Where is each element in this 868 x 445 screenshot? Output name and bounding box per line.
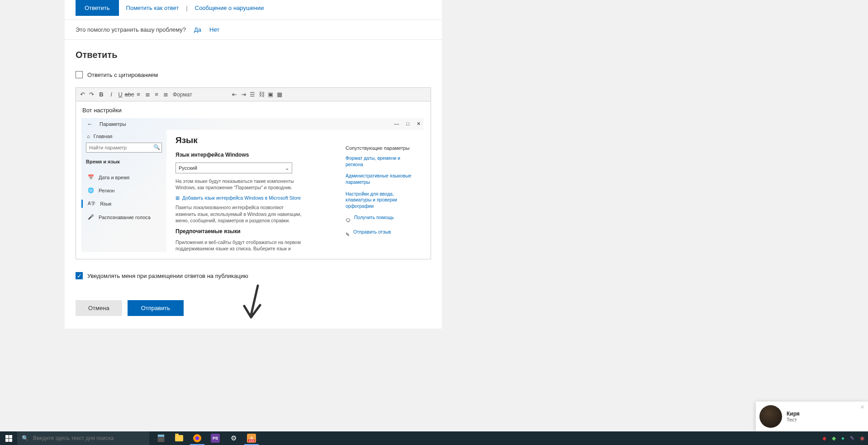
settings-desc2: Пакеты локализованного интерфейса позвол… <box>175 204 302 224</box>
telegram-icon: ✈122 <box>247 434 256 443</box>
telegram-badge: 122 <box>248 439 255 442</box>
feedback-link[interactable]: Отправить отзыв <box>353 229 391 235</box>
nav-category: Время и язык <box>86 159 162 164</box>
store-icon: ⊞ <box>175 195 180 201</box>
notif-close-icon[interactable]: ✕ <box>860 404 864 410</box>
settings-h1: Язык <box>175 135 414 145</box>
globe-icon: 🌐 <box>88 187 94 193</box>
system-tray: ◆ ◆ ● ✎ ◉ <box>822 435 868 441</box>
language-selected: Русский <box>179 165 197 171</box>
avatar <box>759 405 782 428</box>
related-link-2[interactable]: Административные языковые параметры <box>346 173 418 185</box>
nav-language-label: Язык <box>100 201 112 206</box>
align-justify-button[interactable]: ≣ <box>161 89 170 100</box>
italic-button[interactable]: I <box>107 89 116 100</box>
bullet-list-button[interactable]: ☰ <box>248 89 257 100</box>
nav-region[interactable]: 🌐 Регион <box>86 184 162 197</box>
tray-icon-4[interactable]: ✎ <box>850 435 854 441</box>
feedback-icon: ✎ <box>346 232 350 238</box>
gear-icon: ⚙ <box>231 434 237 442</box>
quote-checkbox[interactable] <box>76 71 83 78</box>
undo-button[interactable]: ↶ <box>78 89 87 100</box>
nav-datetime-label: Дата и время <box>99 175 129 180</box>
strike-button[interactable]: abc <box>125 89 134 100</box>
notif-message: Тест <box>787 417 800 422</box>
settings-desc3: Приложения и веб-сайты будут отображатьс… <box>175 239 302 252</box>
report-link[interactable]: Сообщение о нарушении <box>195 5 264 11</box>
cancel-button[interactable]: Отмена <box>76 300 122 316</box>
home-icon: ⌂ <box>87 134 90 139</box>
taskbar-telegram[interactable]: ✈122 <box>242 431 261 445</box>
tray-icon-1[interactable]: ◆ <box>822 435 826 441</box>
calculator-icon <box>157 434 165 442</box>
submit-button[interactable]: Отправить <box>128 300 184 316</box>
help-question: Это помогло устранить вашу проблему? <box>76 26 186 33</box>
settings-desc1: На этом языке будут показываться такие к… <box>175 178 302 191</box>
reply-button[interactable]: Ответить <box>76 0 119 16</box>
taskbar-phpstorm[interactable]: PS <box>206 431 224 445</box>
mic-icon: 🎤 <box>88 214 94 220</box>
notify-checkbox[interactable]: ✓ <box>76 272 83 279</box>
align-left-button[interactable]: ≡ <box>134 89 143 100</box>
taskbar-settings[interactable]: ⚙ <box>224 431 242 445</box>
settings-search[interactable] <box>86 143 162 153</box>
chevron-down-icon: ⌄ <box>285 165 289 171</box>
tray-icon-5[interactable]: ◉ <box>860 435 864 441</box>
separator: | <box>186 5 187 11</box>
back-icon[interactable]: ← <box>85 120 95 129</box>
help-no[interactable]: Нет <box>209 26 219 33</box>
maximize-icon[interactable]: □ <box>406 121 409 127</box>
taskbar-firefox[interactable] <box>188 431 206 445</box>
align-right-button[interactable]: ≡ <box>152 89 161 100</box>
notification-toast[interactable]: Киря Тест ✕ <box>756 402 868 431</box>
nav-datetime[interactable]: 📅 Дата и время <box>86 171 162 184</box>
redo-button[interactable]: ↷ <box>87 89 96 100</box>
related-link-3[interactable]: Настройки для ввода, клавиатуры и провер… <box>346 191 418 210</box>
link-button[interactable]: ⛓ <box>257 89 266 100</box>
add-language-label: Добавить язык интерфейса Windows в Micro… <box>182 195 301 201</box>
folder-icon <box>175 435 183 441</box>
mark-answer-link[interactable]: Пометить как ответ <box>126 5 179 11</box>
bold-button[interactable]: B <box>96 89 107 100</box>
related-link-1[interactable]: Формат даты, времени и региона <box>346 155 418 167</box>
nav-region-label: Регион <box>99 188 114 193</box>
tray-icon-2[interactable]: ◆ <box>832 435 836 441</box>
help-yes[interactable]: Да <box>194 26 201 33</box>
start-button[interactable] <box>0 431 17 445</box>
quote-label: Ответить с цитированием <box>87 72 158 78</box>
table-button[interactable]: ▦ <box>275 89 284 100</box>
taskbar-calculator[interactable] <box>152 431 170 445</box>
taskbar-search[interactable]: 🔍 <box>17 431 149 445</box>
help-icon: 🗨 <box>346 218 351 223</box>
nav-language[interactable]: A字 Язык <box>86 197 162 211</box>
minimize-icon[interactable]: — <box>394 121 399 127</box>
nav-speech-label: Распознавание голоса <box>99 215 151 220</box>
format-dropdown[interactable]: Формат <box>170 89 208 100</box>
underline-button[interactable]: U <box>116 89 125 100</box>
close-icon[interactable]: ✕ <box>417 121 421 127</box>
settings-screenshot: ← Параметры — □ ✕ ⌂ <box>81 118 423 252</box>
home-label: Главная <box>94 134 113 139</box>
editor-text: Вот настройки <box>81 107 425 114</box>
taskbar-search-input[interactable] <box>33 435 145 441</box>
notify-label: Уведомлять меня при размещении ответов н… <box>87 273 248 279</box>
help-link[interactable]: Получить помощь <box>354 215 394 221</box>
taskbar-explorer[interactable] <box>170 431 188 445</box>
search-icon: 🔍 <box>22 435 28 441</box>
indent-button[interactable]: ⇥ <box>239 89 248 100</box>
nav-speech[interactable]: 🎤 Распознавание голоса <box>86 211 162 224</box>
notif-name: Киря <box>787 411 800 417</box>
editor-body[interactable]: Вот настройки ← Параметры — □ ✕ <box>76 101 431 259</box>
image-button[interactable]: ▣ <box>266 89 275 100</box>
calendar-icon: 📅 <box>88 174 94 180</box>
settings-title: Параметры <box>100 121 126 127</box>
nav-home[interactable]: ⌂ Главная <box>87 134 162 139</box>
align-center-button[interactable]: ≣ <box>143 89 152 100</box>
language-select[interactable]: Русский ⌄ <box>175 163 292 173</box>
windows-icon <box>5 435 12 442</box>
editor-toolbar: ↶ ↷ B I U abc ≡ ≣ ≡ ≣ Формат ⇤ ⇥ ☰ ⛓ ▣ <box>76 88 431 101</box>
editor: ↶ ↷ B I U abc ≡ ≣ ≡ ≣ Формат ⇤ ⇥ ☰ ⛓ ▣ <box>76 87 431 259</box>
tray-icon-3[interactable]: ● <box>841 435 844 441</box>
firefox-icon <box>193 434 201 442</box>
outdent-button[interactable]: ⇤ <box>230 89 239 100</box>
